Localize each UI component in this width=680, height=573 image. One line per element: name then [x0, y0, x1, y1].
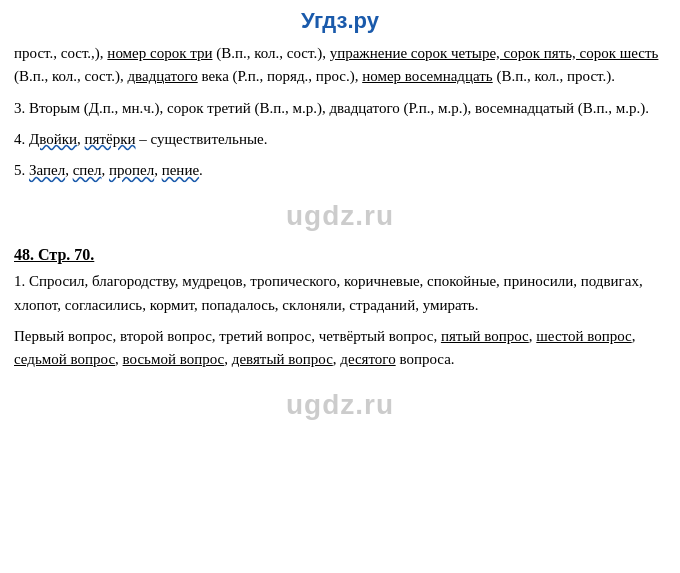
item5-block: 5. Запел, спел, пропел, пение. — [14, 159, 666, 182]
item3-block: 3. Вторым (Д.п., мн.ч.), сорок третий (В… — [14, 97, 666, 120]
item1-main-block: 1. Спросил, благородству, мудрецов, троп… — [14, 270, 666, 317]
underline-span-2: упражнение сорок четыре, сорок пять, сор… — [330, 45, 659, 61]
item1-main-text: 1. Спросил, благородству, мудрецов, троп… — [14, 270, 666, 317]
item3-text: 3. Вторым (Д.п., мн.ч.), сорок третий (В… — [14, 97, 666, 120]
underline-sedmoy: седьмой вопрос — [14, 351, 115, 367]
item1-sub-text: Первый вопрос, второй вопрос, третий воп… — [14, 325, 666, 372]
underline-desyatogo: десятого — [340, 351, 395, 367]
site-title: Угдз.ру — [14, 8, 666, 34]
item5-text: 5. Запел, спел, пропел, пение. — [14, 159, 666, 182]
wavy-dvoyky: Двойки — [29, 131, 77, 147]
wavy-spel: спел — [73, 162, 102, 178]
watermark-mid: ugdz.ru — [14, 200, 666, 232]
paragraph1-block: прост., сост.,), номер сорок три (В.п., … — [14, 42, 666, 89]
underline-shestoy: шестой вопрос — [536, 328, 631, 344]
underline-span-1: номер сорок три — [107, 45, 212, 61]
wavy-pyatyorki: пятёрки — [85, 131, 136, 147]
underline-pyaty: пятый вопрос — [441, 328, 529, 344]
underline-vosmoy: восьмой вопрос — [123, 351, 225, 367]
page-container: Угдз.ру прост., сост.,), номер сорок три… — [0, 0, 680, 445]
section-heading: 48. Стр. 70. — [14, 246, 666, 264]
underline-span-3: двадцатого — [127, 68, 197, 84]
underline-span-4: номер восемнадцать — [362, 68, 493, 84]
wavy-penie: пение — [162, 162, 199, 178]
wavy-propel: пропел — [109, 162, 154, 178]
watermark-bottom: ugdz.ru — [14, 389, 666, 421]
item1-sub-block: Первый вопрос, второй вопрос, третий воп… — [14, 325, 666, 372]
paragraph1-text: прост., сост.,), номер сорок три (В.п., … — [14, 42, 666, 89]
wavy-zapel: Запел — [29, 162, 65, 178]
underline-devyaty: девятый вопрос — [232, 351, 333, 367]
item4-text: 4. Двойки, пятёрки – существительные. — [14, 128, 666, 151]
item4-block: 4. Двойки, пятёрки – существительные. — [14, 128, 666, 151]
